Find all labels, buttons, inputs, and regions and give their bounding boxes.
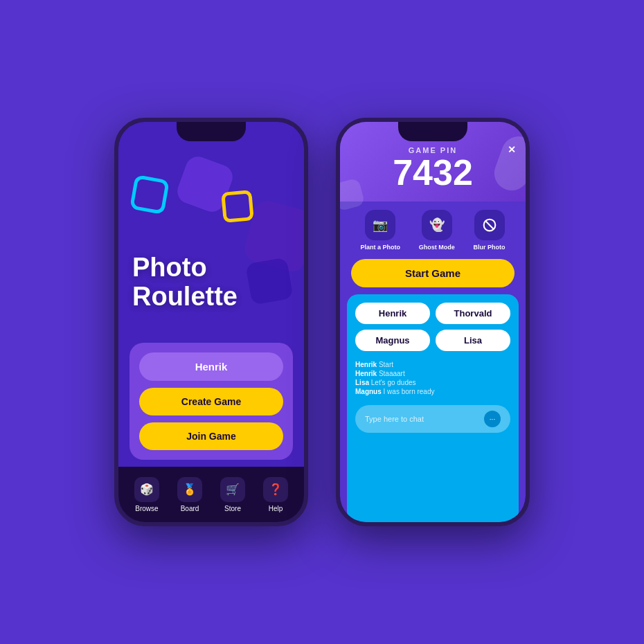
chat-msg-2: Lisa Let's go dudes xyxy=(355,379,510,386)
bottom-nav: 🎲 Browse 🏅 Board 🛒 Store ❓ Help xyxy=(118,467,304,522)
option-ghost-mode[interactable]: 👻 Ghost Mode xyxy=(419,210,455,251)
join-game-button[interactable]: Join Game xyxy=(139,422,283,450)
scene: Photo Roulette Henrik Create Game Join G… xyxy=(114,118,530,526)
nav-help-label: Help xyxy=(269,505,283,512)
svg-line-1 xyxy=(485,221,494,229)
player-magnus[interactable]: Magnus xyxy=(355,330,430,351)
chat-sender-3: Magnus xyxy=(355,388,382,395)
app-title: Photo Roulette xyxy=(132,253,238,312)
chat-text-1: Staaaart xyxy=(377,370,405,377)
store-icon: 🛒 xyxy=(220,477,245,502)
chat-text-0: Start xyxy=(377,361,393,368)
game-header: GAME PIN 7432 ✕ xyxy=(340,122,526,202)
game-options: 📷 Plant a Photo 👻 Ghost Mode Blur Photo xyxy=(340,202,526,259)
phone1-screen: Photo Roulette Henrik Create Game Join G… xyxy=(118,122,304,522)
chat-sender-2: Lisa xyxy=(355,379,369,386)
player-lisa[interactable]: Lisa xyxy=(436,330,510,351)
browse-icon: 🎲 xyxy=(134,477,159,502)
chat-placeholder: Type here to chat xyxy=(365,415,424,423)
phone2-screen: GAME PIN 7432 ✕ 📷 Plant a Photo 👻 Ghost … xyxy=(340,122,526,522)
blur-photo-icon xyxy=(474,210,505,240)
shape-yellow xyxy=(221,190,254,223)
nav-store[interactable]: 🛒 Store xyxy=(220,477,245,512)
ghost-mode-icon: 👻 xyxy=(422,210,452,240)
players-grid: Henrik Thorvald Magnus Lisa xyxy=(355,303,510,351)
player-thorvald[interactable]: Thorvald xyxy=(436,303,510,324)
option-blur-photo[interactable]: Blur Photo xyxy=(474,210,506,251)
nav-help[interactable]: ❓ Help xyxy=(263,477,288,512)
chat-text-3: I was born ready xyxy=(382,388,435,395)
shape-purple3 xyxy=(245,257,294,305)
create-game-button[interactable]: Create Game xyxy=(139,388,283,415)
nav-store-label: Store xyxy=(224,505,241,512)
blur-photo-label: Blur Photo xyxy=(474,244,506,251)
nav-browse[interactable]: 🎲 Browse xyxy=(134,477,159,512)
phone1: Photo Roulette Henrik Create Game Join G… xyxy=(114,118,308,526)
players-section: Henrik Thorvald Magnus Lisa Henrik Start… xyxy=(347,294,519,522)
nav-browse-label: Browse xyxy=(135,505,158,512)
ghost-mode-label: Ghost Mode xyxy=(419,244,455,251)
player-henrik[interactable]: Henrik xyxy=(355,303,430,324)
game-pin-number: 7432 xyxy=(351,154,515,190)
phone2: GAME PIN 7432 ✕ 📷 Plant a Photo 👻 Ghost … xyxy=(336,118,530,526)
chat-msg-1: Henrik Staaaart xyxy=(355,370,510,377)
chat-messages: Henrik Start Henrik Staaaart Lisa Let's … xyxy=(355,358,510,400)
close-button[interactable]: ✕ xyxy=(508,144,516,155)
nav-board[interactable]: 🏅 Board xyxy=(177,477,202,512)
phone1-card: Henrik Create Game Join Game xyxy=(129,343,293,460)
chat-sender-1: Henrik xyxy=(355,370,377,377)
shape-cyan xyxy=(129,175,170,215)
chat-msg-0: Henrik Start xyxy=(355,361,510,368)
plant-photo-label: Plant a Photo xyxy=(360,244,400,251)
start-game-button[interactable]: Start Game xyxy=(351,259,515,287)
chat-input-bar[interactable]: Type here to chat ··· xyxy=(355,405,510,433)
plant-photo-icon: 📷 xyxy=(365,210,395,240)
chat-msg-3: Magnus I was born ready xyxy=(355,388,510,395)
name-input[interactable]: Henrik xyxy=(139,352,283,381)
nav-board-label: Board xyxy=(181,505,199,512)
chat-sender-0: Henrik xyxy=(355,361,377,368)
chat-text-2: Let's go dudes xyxy=(369,379,416,386)
help-icon: ❓ xyxy=(263,477,288,502)
board-icon: 🏅 xyxy=(177,477,202,502)
option-plant-photo[interactable]: 📷 Plant a Photo xyxy=(360,210,400,251)
chat-send-button[interactable]: ··· xyxy=(484,411,501,427)
